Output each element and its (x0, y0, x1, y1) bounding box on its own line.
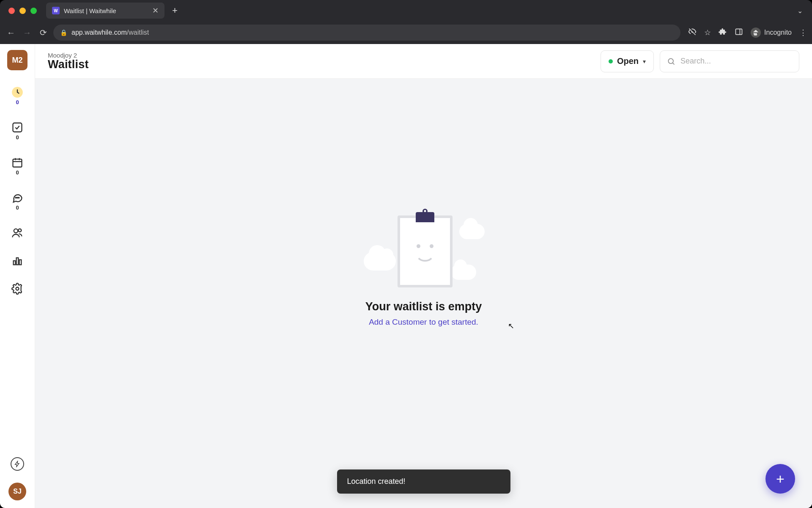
bar-chart-icon (11, 255, 23, 267)
sidebar-count: 0 (16, 204, 19, 211)
extensions-icon[interactable] (719, 28, 727, 38)
kebab-menu-icon[interactable]: ⋮ (799, 28, 807, 37)
search-field[interactable] (660, 50, 799, 72)
tab-favicon: W (52, 7, 60, 14)
svg-point-12 (18, 229, 21, 232)
svg-rect-4 (13, 159, 22, 167)
empty-state: Your waitlist is empty Add a Customer to… (360, 210, 487, 327)
cloud-icon (459, 224, 485, 239)
sidebar-item-settings[interactable] (11, 283, 23, 295)
cloud-icon (364, 252, 396, 271)
tab-title: Waitlist | Waitwhile (64, 7, 148, 14)
status-label: Open (617, 56, 639, 66)
empty-illustration (360, 210, 487, 290)
user-avatar[interactable]: SJ (8, 483, 26, 500)
window-close-button[interactable] (8, 8, 15, 14)
svg-line-18 (673, 63, 675, 64)
people-icon (11, 227, 23, 239)
add-fab[interactable]: + (765, 464, 795, 494)
mouse-cursor: ↖ (508, 321, 514, 331)
svg-point-16 (16, 287, 19, 290)
sidebar-item-messages[interactable]: 0 (11, 192, 23, 211)
svg-point-10 (19, 197, 19, 198)
sidebar-count: 0 (16, 169, 19, 176)
calendar-icon (11, 157, 23, 168)
sidebar-item-bookings[interactable]: 0 (11, 157, 23, 176)
svg-rect-15 (19, 260, 22, 265)
window-minimize-button[interactable] (19, 8, 26, 14)
back-button[interactable]: ← (5, 28, 17, 38)
sidebar: M2 0 0 0 0 (0, 44, 35, 508)
forward-button[interactable]: → (21, 28, 33, 38)
address-bar[interactable]: 🔒 app.waitwhile.com/waitlist (53, 25, 680, 41)
star-icon[interactable]: ☆ (704, 28, 711, 37)
gear-icon (11, 283, 23, 295)
clipboard-icon (398, 215, 453, 287)
browser-tabbar: W Waitlist | Waitwhile ✕ + ⌄ (0, 0, 812, 21)
check-square-icon (11, 121, 23, 133)
svg-point-8 (16, 197, 16, 198)
main: Moodjoy 2 Waitlist Open ▾ (35, 44, 812, 508)
svg-point-11 (14, 229, 18, 233)
tab-close-icon[interactable]: ✕ (152, 6, 159, 15)
svg-rect-3 (13, 123, 22, 132)
status-dropdown[interactable]: Open ▾ (601, 50, 654, 72)
sidebar-count: 0 (16, 134, 19, 141)
toast: Location created! (337, 469, 510, 494)
add-customer-link[interactable]: Add a Customer to get started. (360, 318, 487, 327)
new-tab-button[interactable]: + (169, 3, 181, 18)
topbar: Moodjoy 2 Waitlist Open ▾ (35, 44, 812, 79)
window-controls (8, 8, 37, 14)
url-text: app.waitwhile.com/waitlist (71, 29, 149, 36)
sidebar-item-waitlist[interactable]: 0 (11, 86, 23, 105)
empty-heading: Your waitlist is empty (360, 300, 487, 313)
sidebar-count: 0 (16, 99, 19, 105)
clock-icon (11, 86, 23, 98)
panel-icon[interactable] (735, 28, 743, 38)
workspace-badge[interactable]: M2 (7, 50, 27, 70)
search-icon (667, 57, 675, 66)
status-dot-icon (609, 59, 613, 64)
svg-rect-0 (736, 29, 742, 34)
svg-point-17 (668, 58, 673, 64)
svg-rect-13 (14, 261, 16, 265)
svg-point-9 (17, 197, 18, 198)
plus-icon: + (776, 471, 785, 487)
browser-tab[interactable]: W Waitlist | Waitwhile ✕ (46, 3, 165, 19)
lightning-icon (14, 461, 21, 467)
app-root: M2 0 0 0 0 (0, 44, 812, 508)
eye-off-icon[interactable] (688, 28, 697, 38)
toast-message: Location created! (347, 477, 406, 486)
window-zoom-button[interactable] (30, 8, 37, 14)
sidebar-item-served[interactable]: 0 (11, 121, 23, 141)
sidebar-quick-action[interactable] (11, 457, 24, 471)
svg-rect-14 (16, 258, 19, 265)
browser-action-icons: ☆ Incognito ⋮ (688, 28, 807, 38)
browser-chrome: W Waitlist | Waitwhile ✕ + ⌄ ← → ⟳ 🔒 app… (0, 0, 812, 44)
url-host: app.waitwhile.com (71, 29, 127, 36)
incognito-icon (751, 28, 761, 38)
reload-button[interactable]: ⟳ (37, 28, 49, 38)
tabs-overflow-icon[interactable]: ⌄ (797, 7, 803, 15)
search-input[interactable] (680, 57, 792, 66)
sidebar-item-customers[interactable] (11, 227, 23, 239)
chevron-down-icon: ▾ (643, 58, 646, 65)
content: Your waitlist is empty Add a Customer to… (35, 79, 812, 508)
incognito-label: Incognito (764, 29, 792, 36)
incognito-indicator[interactable]: Incognito (751, 28, 792, 38)
chat-icon (11, 192, 23, 204)
lock-icon: 🔒 (60, 29, 67, 36)
cloud-icon (451, 265, 476, 280)
page-title: Waitlist (48, 58, 89, 71)
url-path: /waitlist (127, 29, 149, 36)
sidebar-item-analytics[interactable] (11, 255, 23, 267)
browser-toolbar: ← → ⟳ 🔒 app.waitwhile.com/waitlist ☆ (0, 21, 812, 44)
